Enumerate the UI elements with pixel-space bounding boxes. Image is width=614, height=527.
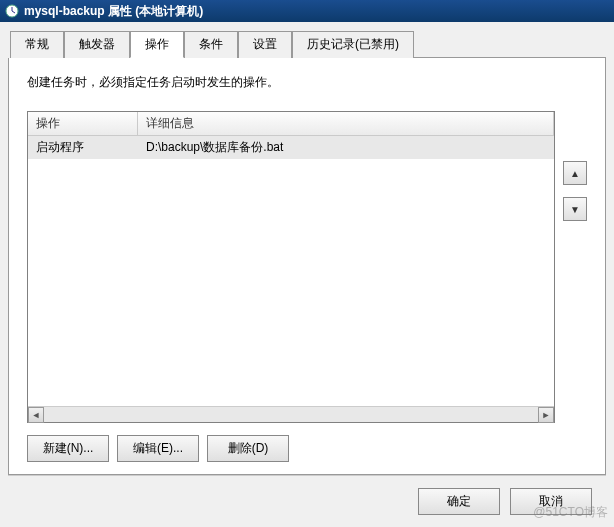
window-title: mysql-backup 属性 (本地计算机) [24,3,203,20]
col-header-action[interactable]: 操作 [28,112,138,135]
tab-triggers[interactable]: 触发器 [64,31,130,58]
table-row[interactable]: 启动程序 D:\backup\数据库备份.bat [28,136,554,159]
delete-button[interactable]: 删除(D) [207,435,289,462]
app-icon [4,3,20,19]
table-area: 操作 详细信息 启动程序 D:\backup\数据库备份.bat ◄ ► [27,111,587,423]
titlebar: mysql-backup 属性 (本地计算机) [0,0,614,22]
move-down-button[interactable]: ▼ [563,197,587,221]
reorder-buttons: ▲ ▼ [563,111,587,423]
table-body: 启动程序 D:\backup\数据库备份.bat [28,136,554,406]
col-header-details[interactable]: 详细信息 [138,112,554,135]
scroll-right-icon[interactable]: ► [538,407,554,423]
tabs: 常规 触发器 操作 条件 设置 历史记录(已禁用) [10,30,606,58]
cell-details: D:\backup\数据库备份.bat [138,136,554,159]
dialog-buttons: 确定 取消 [8,475,606,527]
ok-button[interactable]: 确定 [418,488,500,515]
panel-description: 创建任务时，必须指定任务启动时发生的操作。 [27,74,587,91]
arrow-up-icon: ▲ [570,168,580,179]
tab-panel-actions: 创建任务时，必须指定任务启动时发生的操作。 操作 详细信息 启动程序 D:\ba… [8,58,606,475]
scroll-track[interactable] [44,407,538,422]
actions-table: 操作 详细信息 启动程序 D:\backup\数据库备份.bat ◄ ► [27,111,555,423]
tab-history[interactable]: 历史记录(已禁用) [292,31,414,58]
tab-conditions[interactable]: 条件 [184,31,238,58]
cancel-button[interactable]: 取消 [510,488,592,515]
tab-settings[interactable]: 设置 [238,31,292,58]
edit-button[interactable]: 编辑(E)... [117,435,199,462]
tab-actions[interactable]: 操作 [130,31,184,58]
move-up-button[interactable]: ▲ [563,161,587,185]
horizontal-scrollbar[interactable]: ◄ ► [28,406,554,422]
tab-general[interactable]: 常规 [10,31,64,58]
scroll-left-icon[interactable]: ◄ [28,407,44,423]
action-buttons-row: 新建(N)... 编辑(E)... 删除(D) [27,435,587,462]
cell-action: 启动程序 [28,136,138,159]
new-button[interactable]: 新建(N)... [27,435,109,462]
arrow-down-icon: ▼ [570,204,580,215]
table-header: 操作 详细信息 [28,112,554,136]
content-area: 常规 触发器 操作 条件 设置 历史记录(已禁用) 创建任务时，必须指定任务启动… [0,22,614,527]
